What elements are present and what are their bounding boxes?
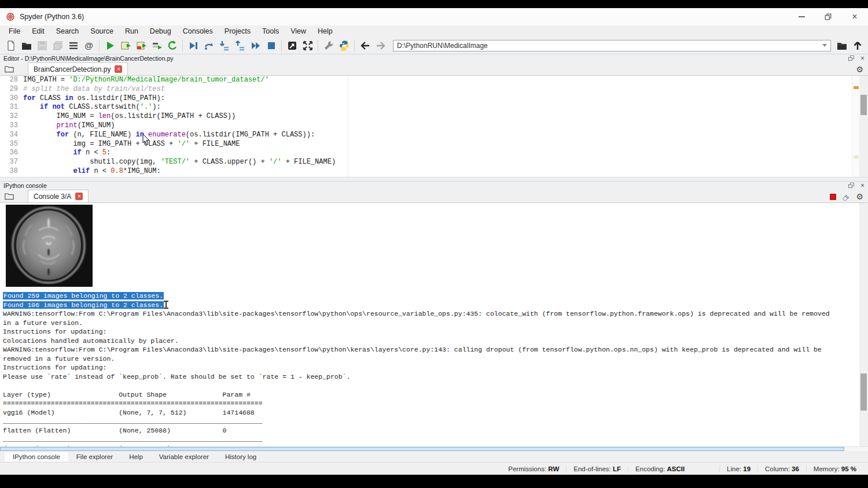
chevron-down-icon[interactable]	[822, 44, 827, 47]
restore-button[interactable]	[815, 8, 841, 25]
run-cell-advance-button[interactable]	[133, 38, 149, 53]
working-directory-input[interactable]: D:\PythonRUN\MedicalImage	[393, 40, 831, 51]
close-icon: ×	[852, 12, 857, 21]
close-pane-icon[interactable]: ×	[860, 182, 865, 189]
console-vertical-scrollbar[interactable]	[859, 203, 868, 446]
run-selection-button[interactable]	[149, 38, 164, 53]
console-scrollbar-thumb[interactable]	[860, 374, 867, 411]
code-text: if not CLASS.startswith('.'):	[23, 103, 161, 112]
console-line: vgg16 (Model) (None, 7, 7, 512) 14714688	[3, 408, 830, 417]
console-hscrollbar-thumb[interactable]	[0, 447, 844, 451]
code-line-37[interactable]: 37 shutil.copy(img, 'TEST/' + CLASS.uppe…	[0, 158, 868, 167]
code-line-38[interactable]: 38 elif n < 0.8*IMG_NUM:	[0, 167, 868, 176]
panel-splitter[interactable]	[0, 177, 868, 181]
step-return-button[interactable]	[232, 38, 248, 53]
eraser-icon[interactable]	[841, 193, 851, 201]
undock-icon[interactable]	[848, 55, 855, 62]
console-output[interactable]: Found 259 images belonging to 2 classes.…	[0, 203, 868, 446]
close-button[interactable]: ×	[841, 8, 868, 25]
editor-scrollbar-thumb[interactable]	[860, 95, 867, 115]
editor-panel-title: Editor - D:\PythonRUN\MedicalImage\Brain…	[3, 55, 174, 62]
menu-item-edit[interactable]: Edit	[26, 26, 50, 36]
code-line-34[interactable]: 34 for (n, FILE_NAME) in enumerate(os.li…	[0, 131, 868, 140]
browse-tabs-button[interactable]	[1, 190, 17, 202]
code-line-33[interactable]: 33 print(IMG_NUM)	[0, 121, 868, 131]
folder-icon	[836, 40, 848, 51]
code-line-31[interactable]: 31 if not CLASS.startswith('.'):	[0, 103, 868, 112]
forward-button[interactable]	[373, 38, 388, 53]
cell-list-button[interactable]	[65, 38, 81, 53]
menu-item-help[interactable]: Help	[312, 26, 339, 36]
console-options-gear-icon[interactable]: ⚙	[856, 193, 863, 201]
code-line-29[interactable]: 29# split the data by train/val/test	[0, 85, 868, 94]
console-tab-close-icon[interactable]: ×	[75, 193, 83, 200]
fullscreen-button[interactable]	[300, 38, 315, 53]
menu-item-source[interactable]: Source	[84, 26, 119, 36]
menu-item-file[interactable]: File	[3, 26, 26, 36]
bottom-tab-file-explorer[interactable]: File explorer	[68, 452, 121, 461]
back-button[interactable]	[357, 38, 373, 53]
console-horizontal-scrollbar[interactable]	[0, 446, 868, 451]
browse-tabs-button[interactable]	[1, 62, 17, 75]
editor-options-gear-icon[interactable]: ⚙	[856, 65, 863, 73]
maximize-pane-button[interactable]	[284, 38, 300, 53]
parent-directory-button[interactable]	[849, 38, 865, 53]
code-line-32[interactable]: 32 IMG_NUM = len(os.listdir(IMG_PATH + C…	[0, 112, 868, 121]
code-text: for (n, FILE_NAME) in enumerate(os.listd…	[23, 131, 315, 140]
restart-kernel-button[interactable]	[164, 38, 180, 53]
status-line-: Line: 19	[719, 465, 757, 472]
console-line: ________________________________________…	[3, 417, 830, 426]
editor-vertical-scrollbar[interactable]	[859, 76, 868, 177]
line-number: 34	[0, 131, 23, 140]
menu-item-search[interactable]: Search	[50, 26, 85, 36]
toolbar-separator	[318, 40, 318, 51]
open-file-button[interactable]	[19, 38, 34, 53]
debug-run-icon	[187, 40, 199, 51]
note-flag[interactable]	[854, 156, 859, 158]
minimize-button[interactable]	[788, 8, 815, 25]
continue-button[interactable]	[248, 38, 263, 53]
menu-item-view[interactable]: View	[285, 26, 312, 36]
code-line-30[interactable]: 30for CLASS in os.listdir(IMG_PATH):	[0, 94, 868, 103]
editor-tab-close-icon[interactable]: ×	[115, 65, 122, 73]
run-cell-button[interactable]	[117, 38, 133, 53]
preferences-button[interactable]	[321, 38, 336, 53]
code-line-28[interactable]: 28IMG_PATH = 'D:/PythonRUN/MedicalImage/…	[0, 76, 868, 85]
step-into-icon	[219, 40, 230, 51]
stop-debug-button[interactable]	[263, 38, 279, 53]
menu-item-tools[interactable]: Tools	[256, 26, 285, 36]
menu-item-projects[interactable]: Projects	[219, 26, 256, 36]
editor-panel-header: Editor - D:\PythonRUN\MedicalImage\Brain…	[0, 54, 868, 62]
save-button[interactable]	[34, 38, 50, 53]
close-pane-icon[interactable]: ×	[860, 55, 865, 62]
pythonpath-button[interactable]	[336, 38, 352, 53]
code-editor[interactable]: 28IMG_PATH = 'D:/PythonRUN/MedicalImage/…	[0, 76, 868, 177]
bottom-tab-history-log[interactable]: History log	[217, 452, 264, 461]
debug-button[interactable]	[185, 38, 201, 53]
find-in-files-button[interactable]: @	[81, 38, 97, 53]
console-tab[interactable]: Console 3/A ×	[28, 190, 89, 202]
editor-tab[interactable]: BrainCancerDetection.py ×	[28, 62, 128, 75]
new-file-button[interactable]	[3, 38, 19, 53]
step-over-icon	[203, 40, 215, 51]
warning-flag[interactable]	[854, 86, 859, 89]
bottom-tab-help[interactable]: Help	[121, 452, 151, 461]
bottom-tab-ipython-console[interactable]: IPython console	[5, 452, 68, 461]
bottom-tab-variable-explorer[interactable]: Variable explorer	[151, 452, 217, 461]
menu-item-consoles[interactable]: Consoles	[177, 26, 219, 36]
save-all-icon	[52, 40, 64, 51]
spyder-logo-icon	[6, 12, 15, 21]
run-button[interactable]	[102, 38, 117, 53]
menu-item-run[interactable]: Run	[119, 26, 144, 36]
run-selection-icon	[151, 40, 163, 51]
undock-icon[interactable]	[848, 182, 855, 189]
step-over-button[interactable]	[201, 38, 216, 53]
menu-item-debug[interactable]: Debug	[144, 26, 177, 36]
step-into-button[interactable]	[216, 38, 232, 53]
console-line	[3, 381, 830, 390]
browse-directory-button[interactable]	[834, 38, 849, 53]
code-text: img = IMG_PATH + CLASS + '/' + FILE_NAME	[23, 140, 240, 149]
code-line-35[interactable]: 35 img = IMG_PATH + CLASS + '/' + FILE_N…	[0, 140, 868, 149]
save-all-button[interactable]	[50, 38, 65, 53]
code-line-36[interactable]: 36 if n < 5:	[0, 149, 868, 158]
